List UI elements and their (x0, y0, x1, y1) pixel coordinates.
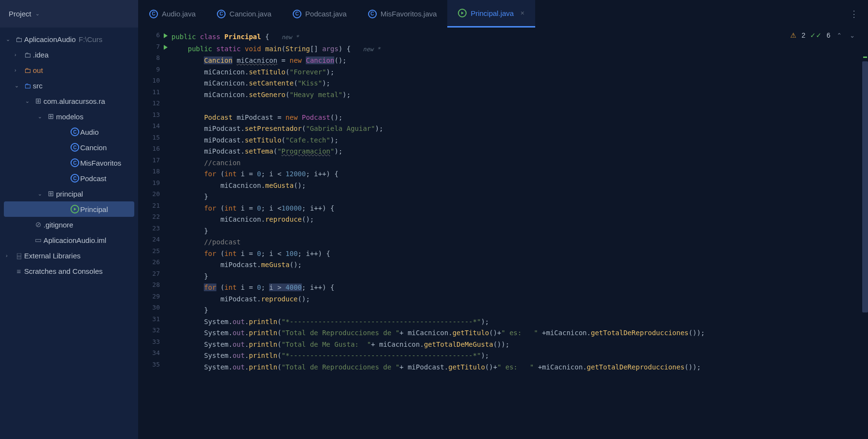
tree-item--idea[interactable]: ›🗀.idea (0, 47, 138, 62)
class-icon: C (70, 127, 80, 136)
gutter-line[interactable]: 33 (139, 338, 166, 350)
code-editor[interactable]: 6789101112131415161718192021222324252627… (139, 28, 868, 439)
tree-item-external-libraries[interactable]: ›⌸External Libraries (0, 248, 138, 263)
gutter-line[interactable]: 15 (139, 134, 166, 145)
gutter-line[interactable]: 11 (139, 88, 166, 100)
tab-label: Podcast.java (305, 10, 347, 18)
gutter-line[interactable]: 21 (139, 202, 166, 213)
gutter-line[interactable]: 17 (139, 156, 166, 168)
tree-label: Podcast (80, 174, 106, 183)
gutter-line[interactable]: 14 (139, 122, 166, 134)
gutter-line[interactable]: 18 (139, 168, 166, 179)
tree-label: MisFavoritos (80, 159, 121, 167)
chevron-down-icon: ⌄ (35, 11, 40, 17)
tree-item-cancion[interactable]: CCancion (0, 140, 138, 155)
tab-label: Principal.java (470, 9, 513, 17)
tab-label: Cancion.java (229, 10, 271, 18)
ok-count: 6 (826, 31, 830, 39)
project-panel-header[interactable]: Project ⌄ (0, 0, 139, 28)
class-icon: C (149, 10, 158, 18)
scrollbar-thumb[interactable] (862, 61, 868, 312)
gutter-line[interactable]: 27 (139, 270, 166, 282)
tree-label: AplicacionAudio.iml (43, 236, 106, 244)
gutter-line[interactable]: 9 (139, 66, 166, 77)
tree-item-principal[interactable]: ⌄⊞principal (0, 186, 138, 201)
tree-item-podcast[interactable]: CPodcast (0, 170, 138, 186)
folder-icon: 🗀 (22, 66, 33, 74)
tree-label: src (33, 82, 43, 90)
package-icon: ⊞ (45, 112, 56, 121)
tab-label: MisFavoritos.java (381, 10, 437, 18)
gitignore-icon: ⊘ (33, 220, 43, 229)
gutter-line[interactable]: 30 (139, 304, 166, 315)
gutter-line[interactable]: 35 (139, 361, 166, 372)
tree-item-misfavoritos[interactable]: CMisFavoritos (0, 155, 138, 170)
error-stripe[interactable] (861, 28, 868, 439)
inspection-status[interactable]: ⚠2 ✓✓6 ⌃ ⌄ (790, 31, 856, 39)
tree-item-src[interactable]: ⌄🗀src (0, 78, 138, 93)
gutter-line[interactable]: 12 (139, 99, 166, 111)
class-icon: C (70, 158, 80, 167)
gutter-line[interactable]: 31 (139, 315, 166, 327)
tree-label: .idea (33, 51, 49, 59)
gutter-line[interactable]: 23 (139, 225, 166, 236)
gutter-line[interactable]: 32 (139, 326, 166, 338)
tree-label: Principal (80, 205, 108, 213)
tree-label: Scratches and Consoles (24, 267, 103, 275)
folder-icon: 🗀 (22, 82, 33, 90)
tree-label: External Libraries (24, 252, 81, 260)
tree-item-audio[interactable]: CAudio (0, 124, 138, 140)
gutter-line[interactable]: 24 (139, 236, 166, 247)
tree-path: F:\Curs (79, 35, 102, 43)
tree-item-aplicacionaudio-iml[interactable]: ▭AplicacionAudio.iml (0, 232, 138, 248)
gutter-line[interactable]: 26 (139, 258, 166, 270)
tabs-overflow-menu[interactable]: ⋮ (840, 0, 868, 28)
tree-item-com-aluracursos-ra[interactable]: ⌄⊞com.aluracursos.ra (0, 93, 138, 109)
warning-icon: ⚠ (790, 31, 797, 39)
tree-label: principal (56, 190, 83, 198)
run-icon (458, 9, 467, 17)
class-icon: C (217, 10, 226, 18)
next-highlight-button[interactable]: ⌄ (848, 32, 856, 39)
tree-item-out[interactable]: ›🗀out (0, 62, 138, 78)
folder-icon: 🗀 (14, 35, 24, 43)
gutter-line[interactable]: 22 (139, 213, 166, 225)
code-content[interactable]: public class Principal { new * public st… (166, 28, 861, 439)
tree-item-scratches-and-consoles[interactable]: ≡Scratches and Consoles (0, 263, 138, 279)
gutter-line[interactable]: 6 (139, 31, 166, 43)
gutter-line[interactable]: 7 (139, 43, 166, 55)
class-icon: C (70, 143, 80, 152)
gutter-line[interactable]: 29 (139, 293, 166, 304)
tab-audio[interactable]: CAudio.java (139, 0, 206, 28)
project-panel-title: Project (9, 10, 31, 18)
tab-podcast[interactable]: CPodcast.java (282, 0, 357, 28)
tree-label: AplicacionAudio (24, 35, 76, 43)
tree-item-modelos[interactable]: ⌄⊞modelos (0, 109, 138, 124)
class-icon: C (293, 10, 301, 18)
tree-label: .gitignore (43, 221, 73, 229)
library-icon: ⌸ (14, 252, 24, 260)
gutter-line[interactable]: 20 (139, 190, 166, 202)
gutter-line[interactable]: 28 (139, 281, 166, 293)
tree-root[interactable]: ⌄ 🗀 AplicacionAudio F:\Curs (0, 31, 138, 47)
tab-cancion[interactable]: CCancion.java (206, 0, 282, 28)
tree-label: Cancion (80, 143, 107, 152)
gutter-line[interactable]: 34 (139, 349, 166, 361)
prev-highlight-button[interactable]: ⌃ (835, 32, 843, 39)
scratch-icon: ≡ (14, 267, 24, 275)
gutter-line[interactable]: 8 (139, 54, 166, 66)
gutter: 6789101112131415161718192021222324252627… (139, 28, 166, 439)
close-icon[interactable]: × (521, 9, 525, 17)
folder-icon: 🗀 (22, 51, 33, 59)
tree-item-principal[interactable]: Principal (4, 201, 134, 217)
tree-item--gitignore[interactable]: ⊘.gitignore (0, 217, 138, 232)
gutter-line[interactable]: 19 (139, 179, 166, 191)
gutter-line[interactable]: 10 (139, 77, 166, 88)
tab-principal[interactable]: Principal.java× (447, 0, 535, 28)
gutter-line[interactable]: 13 (139, 111, 166, 123)
tab-misfavoritos[interactable]: CMisFavoritos.java (357, 0, 448, 28)
run-icon (70, 205, 80, 213)
tab-label: Audio.java (162, 10, 196, 18)
gutter-line[interactable]: 25 (139, 247, 166, 259)
gutter-line[interactable]: 16 (139, 145, 166, 156)
